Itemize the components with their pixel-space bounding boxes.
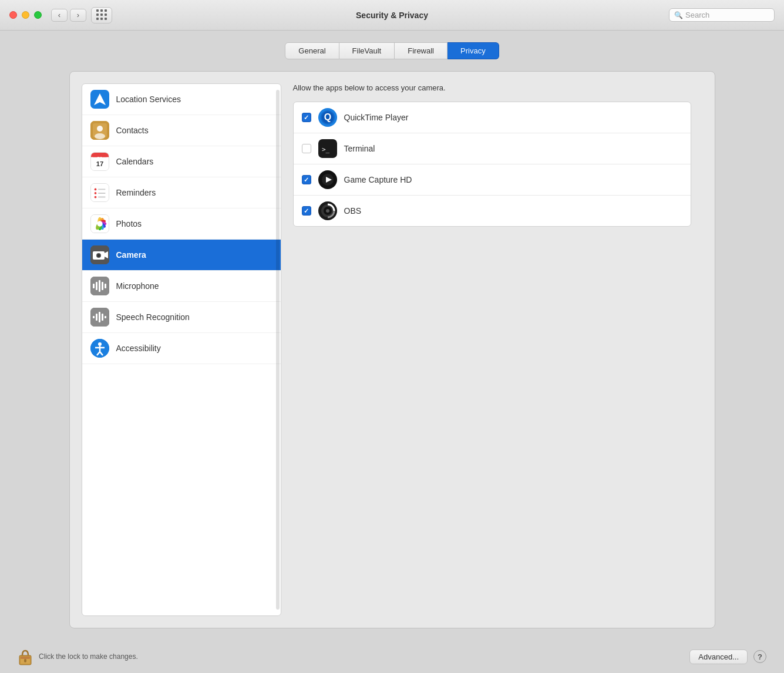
nav-buttons: ‹ › xyxy=(51,9,86,22)
sidebar-item-contacts[interactable]: Contacts xyxy=(82,115,281,146)
contacts-icon xyxy=(90,121,109,140)
svg-rect-33 xyxy=(93,284,95,288)
svg-rect-65 xyxy=(21,657,30,659)
reminders-icon xyxy=(90,183,109,202)
tabs: General FileVault Firewall Privacy xyxy=(285,42,499,59)
svg-point-15 xyxy=(94,196,96,198)
location-icon xyxy=(90,90,109,109)
obs-checkbox[interactable] xyxy=(302,206,311,216)
microphone-icon xyxy=(90,277,109,295)
sidebar-item-speech[interactable]: Speech Recognition xyxy=(82,302,281,333)
sidebar-label-accessibility: Accessibility xyxy=(116,344,161,353)
list-item: Q QuickTime Player xyxy=(294,102,691,133)
quicktime-name: QuickTime Player xyxy=(344,113,409,122)
sidebar: Location Services Contacts xyxy=(82,83,281,616)
tab-firewall[interactable]: Firewall xyxy=(395,42,447,59)
search-bar[interactable]: 🔍 xyxy=(669,8,775,22)
svg-rect-35 xyxy=(99,280,100,292)
advanced-button[interactable]: Advanced... xyxy=(689,650,748,664)
tab-filevault[interactable]: FileVault xyxy=(339,42,395,59)
svg-point-26 xyxy=(97,221,102,226)
panel-description: Allow the apps below to access your came… xyxy=(293,83,691,92)
svg-point-3 xyxy=(97,126,103,132)
app-list: Q QuickTime Player >_ Terminal xyxy=(293,102,691,227)
list-item: >_ Terminal xyxy=(294,133,691,164)
sidebar-item-reminders[interactable]: Reminders xyxy=(82,177,281,208)
svg-point-11 xyxy=(94,189,96,191)
tab-privacy[interactable]: Privacy xyxy=(447,42,499,59)
titlebar: ‹ › Security & Privacy 🔍 xyxy=(0,0,784,31)
right-panel: Allow the apps below to access your came… xyxy=(281,83,703,616)
sidebar-label-photos: Photos xyxy=(116,219,142,228)
bottom-right: Advanced... ? xyxy=(689,650,766,664)
sidebar-label-calendars: Calendars xyxy=(116,157,154,166)
sidebar-label-reminders: Reminders xyxy=(116,188,156,197)
main-content: General FileVault Firewall Privacy Locat… xyxy=(0,31,784,640)
svg-point-62 xyxy=(326,209,329,213)
grid-icon xyxy=(96,9,107,21)
sidebar-label-contacts: Contacts xyxy=(116,126,149,135)
svg-rect-42 xyxy=(102,314,103,321)
svg-point-4 xyxy=(95,133,105,139)
window-controls xyxy=(9,11,42,19)
svg-marker-0 xyxy=(94,93,106,105)
maximize-button[interactable] xyxy=(34,11,42,19)
search-icon: 🔍 xyxy=(674,11,683,19)
svg-text:Q: Q xyxy=(324,112,331,122)
sidebar-scrollbar[interactable] xyxy=(276,90,280,610)
lock-text: Click the lock to make changes. xyxy=(39,652,138,661)
svg-rect-34 xyxy=(96,282,97,290)
sidebar-item-camera[interactable]: Camera xyxy=(82,240,281,271)
svg-rect-37 xyxy=(105,284,106,288)
accessibility-icon xyxy=(90,339,109,358)
sidebar-item-photos[interactable]: Photos xyxy=(82,208,281,240)
svg-rect-39 xyxy=(93,316,95,318)
svg-point-45 xyxy=(98,342,102,346)
svg-rect-41 xyxy=(99,312,100,322)
lock-icon xyxy=(18,647,33,666)
sidebar-label-speech: Speech Recognition xyxy=(116,312,190,322)
terminal-checkbox[interactable] xyxy=(302,144,311,153)
sidebar-label-location: Location Services xyxy=(116,95,181,104)
svg-text:17: 17 xyxy=(96,160,103,167)
search-input[interactable] xyxy=(685,11,769,19)
svg-text:>_: >_ xyxy=(322,146,330,153)
tab-general[interactable]: General xyxy=(285,42,339,59)
panel: Location Services Contacts xyxy=(69,71,715,628)
sidebar-item-calendars[interactable]: 17 JUL Calendars xyxy=(82,146,281,177)
svg-rect-40 xyxy=(96,314,97,321)
sidebar-label-microphone: Microphone xyxy=(116,281,159,291)
quicktime-checkbox[interactable] xyxy=(302,113,311,122)
obs-name: OBS xyxy=(344,206,362,216)
svg-text:JUL: JUL xyxy=(96,156,103,160)
obs-app-icon xyxy=(318,201,337,220)
sidebar-item-microphone[interactable]: Microphone xyxy=(82,271,281,302)
list-item: Game Capture HD xyxy=(294,164,691,196)
forward-button[interactable]: › xyxy=(70,9,86,22)
camera-icon xyxy=(90,245,109,264)
svg-rect-66 xyxy=(24,659,26,662)
calendars-icon: 17 JUL xyxy=(90,152,109,171)
bottom-bar: Click the lock to make changes. Advanced… xyxy=(0,640,784,673)
terminal-name: Terminal xyxy=(344,144,375,153)
minimize-button[interactable] xyxy=(22,11,29,19)
terminal-app-icon: >_ xyxy=(318,139,337,158)
close-button[interactable] xyxy=(9,11,17,19)
svg-rect-43 xyxy=(105,316,106,318)
photos-icon xyxy=(90,214,109,233)
quicktime-app-icon: Q xyxy=(318,108,337,127)
sidebar-item-location[interactable]: Location Services xyxy=(82,84,281,115)
svg-point-13 xyxy=(94,192,96,194)
list-item: OBS xyxy=(294,196,691,226)
back-button[interactable]: ‹ xyxy=(51,9,68,22)
gamecapture-checkbox[interactable] xyxy=(302,175,311,184)
speech-icon xyxy=(90,308,109,327)
grid-button[interactable] xyxy=(91,7,112,23)
gamecapture-app-icon xyxy=(318,170,337,189)
svg-point-31 xyxy=(97,254,100,257)
svg-rect-36 xyxy=(102,282,103,290)
window-title: Security & Privacy xyxy=(356,11,428,20)
sidebar-item-accessibility[interactable]: Accessibility xyxy=(82,333,281,364)
gamecapture-name: Game Capture HD xyxy=(344,175,412,184)
help-button[interactable]: ? xyxy=(753,650,766,663)
